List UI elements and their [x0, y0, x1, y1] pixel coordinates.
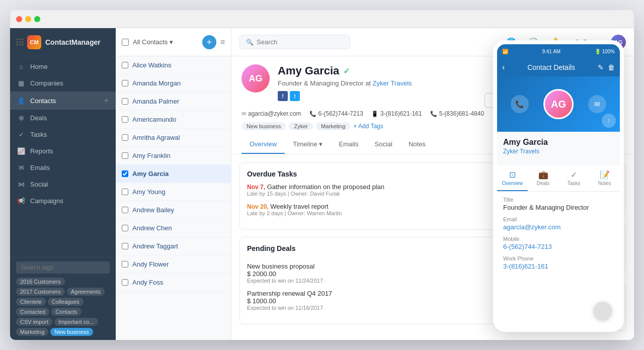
mobile-tab-deals[interactable]: 💼 Deals	[528, 166, 558, 191]
mobile-call-action[interactable]: 📞	[511, 95, 529, 113]
mobile-tab-notes[interactable]: 📝 Notes	[589, 166, 620, 191]
mobile-fab[interactable]	[594, 302, 612, 320]
sidebar-item-campaigns[interactable]: 📢 Campaigns	[10, 193, 116, 209]
search-input[interactable]	[257, 38, 337, 46]
contact-list-header: All Contacts ▾ + ≡	[116, 28, 231, 56]
mobile-tab-tasks[interactable]: ✓ Tasks	[558, 166, 589, 191]
tags-search-input[interactable]	[16, 261, 110, 274]
facebook-icon[interactable]: f	[278, 91, 288, 101]
mobile-share-button[interactable]: ↑	[602, 114, 616, 128]
all-contacts-label: All Contacts ▾	[133, 38, 198, 46]
sidebar-item-reports[interactable]: 📈 Reports	[10, 143, 116, 159]
tag-zyker-badge[interactable]: Zyker	[289, 122, 313, 130]
sidebar-item-label: Home	[30, 63, 48, 70]
contact-checkbox[interactable]	[122, 261, 128, 268]
mobile-time: 9:41 AM	[542, 49, 560, 54]
mobile-workphone-link[interactable]: 3-(816)621-161	[503, 262, 614, 270]
tags-list: 2016 Customers 2017 Customers Agreements…	[16, 278, 110, 336]
list-item[interactable]: Andrew Chen	[116, 219, 231, 237]
tag-agreements[interactable]: Agreements	[67, 288, 105, 296]
tag-marketing[interactable]: Marketing	[16, 328, 48, 336]
minimize-button[interactable]	[25, 16, 31, 22]
tag-new-business-badge[interactable]: New business	[242, 122, 286, 130]
list-item[interactable]: Americamundo	[116, 111, 231, 129]
task-name: Gather information on the proposed plan	[267, 183, 384, 191]
contact-checkbox[interactable]	[122, 189, 128, 195]
contact-checkbox[interactable]	[122, 116, 128, 123]
add-tag-button[interactable]: + Add Tags	[353, 123, 383, 130]
sidebar-item-contacts[interactable]: 👤 Contacts +	[10, 92, 116, 110]
contact-checkbox[interactable]	[122, 279, 128, 286]
contact-checkbox[interactable]	[122, 225, 128, 231]
list-item[interactable]: Alice Watkins	[116, 56, 231, 74]
list-item[interactable]: Andrew Bailey	[116, 201, 231, 219]
list-item[interactable]: Andy Foss	[116, 274, 231, 292]
deal-name: Partnership renewal Q4 2017	[247, 290, 510, 297]
close-button[interactable]	[16, 16, 22, 22]
contact-checkbox[interactable]	[122, 243, 128, 249]
select-all-checkbox[interactable]	[122, 39, 129, 46]
contact-checkbox[interactable]	[122, 80, 128, 86]
contact-list-menu-button[interactable]: ≡	[220, 38, 225, 47]
list-item[interactable]: Amanda Palmer	[116, 93, 231, 111]
mobile-tab-overview[interactable]: ⊡ Overview	[497, 166, 528, 191]
add-contact-button[interactable]: +	[202, 35, 216, 49]
tag-important-co[interactable]: Important co...	[54, 318, 98, 326]
contact-checkbox[interactable]	[122, 134, 128, 141]
search-box[interactable]: 🔍	[239, 35, 350, 49]
tag-contacted[interactable]: Contacted	[16, 308, 49, 316]
mobile-email-link[interactable]: agarcia@zyker.com	[503, 223, 614, 231]
tab-timeline[interactable]: Timeline ▾	[285, 135, 331, 154]
tag-2017-customers[interactable]: 2017 Customers	[16, 288, 65, 296]
contact-company-link[interactable]: Zyker Travels	[373, 79, 412, 87]
contact-checkbox[interactable]	[122, 207, 128, 213]
tag-new-business[interactable]: New business	[50, 328, 93, 336]
contact-checkbox[interactable]	[122, 152, 128, 159]
sidebar-item-companies[interactable]: ▦ Companies	[10, 75, 116, 92]
sidebar-item-tasks[interactable]: ✓ Tasks	[10, 126, 116, 143]
list-item[interactable]: Amy Garcia	[116, 165, 231, 183]
mobile-contact-name: Amy Garcia	[503, 138, 614, 147]
contact-name: Andrew Chen	[132, 224, 172, 232]
list-item[interactable]: Andy Flower	[116, 255, 231, 274]
list-item[interactable]: Amritha Agrawal	[116, 129, 231, 147]
mobile-back-button[interactable]: ‹	[502, 63, 505, 72]
phone-icon: 📞	[309, 111, 316, 117]
tab-social[interactable]: Social	[366, 135, 400, 154]
mobile-contact-info: Amy Garcia Zyker Travels	[497, 132, 620, 166]
apps-icon[interactable]	[16, 38, 23, 46]
sidebar-item-label: Emails	[30, 164, 50, 171]
tag-marketing-badge[interactable]: Marketing	[316, 122, 350, 130]
list-item[interactable]: Amy Franklin	[116, 147, 231, 165]
mobile-email-action[interactable]: ✉	[588, 95, 606, 113]
contact-checkbox[interactable]	[122, 170, 128, 177]
twitter-icon[interactable]: t	[290, 91, 300, 101]
contact-checkbox[interactable]	[122, 98, 128, 105]
tab-notes[interactable]: Notes	[400, 135, 434, 154]
sidebar-item-label: Campaigns	[30, 197, 63, 205]
tag-clientele[interactable]: Clientele	[16, 298, 46, 306]
mobile-edit-icon[interactable]: ✎	[598, 63, 604, 71]
list-item[interactable]: Amy Young	[116, 183, 231, 201]
tag-contacts[interactable]: Contacts	[51, 308, 81, 316]
tab-overview[interactable]: Overview	[242, 135, 285, 154]
mobile-phone-link[interactable]: 6-(562)744-7213	[503, 243, 614, 250]
sidebar-item-emails[interactable]: ✉ Emails	[10, 159, 116, 176]
pending-deals-title: Pending Deals	[247, 244, 295, 252]
sidebar-item-home[interactable]: ⌂ Home	[10, 58, 116, 75]
sidebar-item-social[interactable]: ⋈ Social	[10, 176, 116, 193]
tab-emails[interactable]: Emails	[331, 135, 366, 154]
app-logo: CM	[27, 35, 41, 49]
contact-checkbox[interactable]	[122, 62, 128, 68]
search-icon: 🔍	[246, 39, 254, 46]
mobile-field-work-phone: Work Phone 3-(816)621-161	[503, 255, 614, 270]
list-item[interactable]: Andrew Taggart	[116, 237, 231, 255]
sidebar-item-deals[interactable]: ⊕ Deals	[10, 110, 116, 126]
tag-2016-customers[interactable]: 2016 Customers	[16, 278, 65, 286]
list-item[interactable]: Amanda Morgan	[116, 74, 231, 93]
maximize-button[interactable]	[34, 16, 40, 22]
tag-csv-import[interactable]: CSV import	[16, 318, 52, 326]
mobile-delete-icon[interactable]: 🗑	[608, 63, 615, 71]
add-contact-icon[interactable]: +	[104, 96, 109, 105]
tag-colleagues[interactable]: Colleagues	[48, 298, 84, 306]
